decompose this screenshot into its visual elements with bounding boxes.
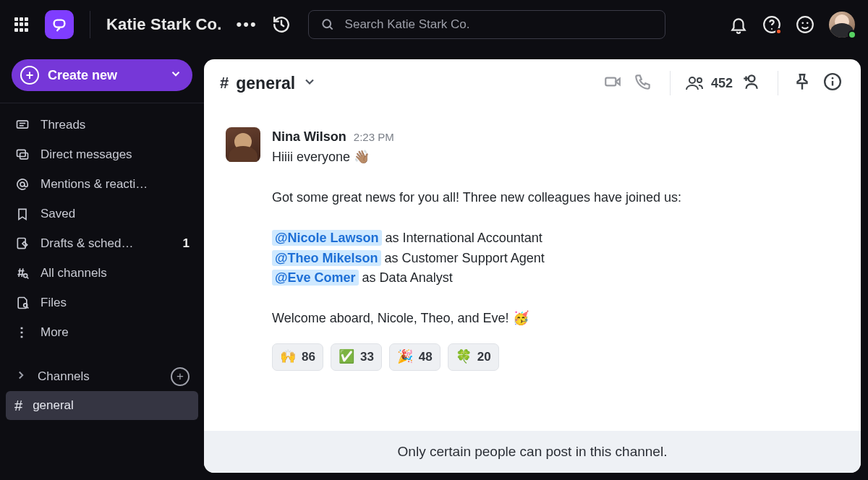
svg-point-33 [832, 77, 834, 80]
divider [0, 103, 204, 103]
nav-all-channels[interactable]: All channels [6, 259, 198, 287]
nav-direct-messages[interactable]: Direct messages [6, 140, 198, 168]
pencil-icon [14, 236, 30, 251]
divider [90, 11, 90, 38]
video-call-icon[interactable] [603, 72, 625, 94]
history-icon[interactable] [272, 15, 291, 34]
user-mention[interactable]: @Nicole Lawson [272, 230, 382, 246]
search-icon [320, 17, 335, 32]
info-icon[interactable] [823, 72, 845, 94]
svg-point-13 [20, 182, 25, 187]
party-emoji: 🥳 [513, 311, 529, 325]
people-icon [685, 74, 705, 92]
user-mention[interactable]: @Theo Mikelson [272, 250, 381, 266]
reaction[interactable]: 🙌86 [272, 343, 323, 371]
create-new-button[interactable]: + Create new [12, 59, 192, 91]
reaction-count: 33 [360, 348, 374, 367]
app-logo[interactable] [45, 10, 74, 39]
channel-name: general [33, 398, 74, 413]
svg-line-2 [329, 27, 332, 30]
add-person-icon[interactable] [741, 72, 763, 94]
nav-label: Threads [41, 118, 190, 132]
section-label: Channels [38, 369, 161, 384]
wave-emoji: 👋🏽 [354, 150, 370, 164]
emoji-icon[interactable] [796, 15, 814, 34]
add-channel-button[interactable]: + [171, 367, 190, 386]
divider [778, 71, 778, 95]
message-line: Welcome aboard, Nicole, Theo, and Eve! 🥳 [272, 309, 839, 329]
notifications-icon[interactable] [729, 15, 748, 34]
svg-point-25 [689, 77, 695, 83]
svg-line-17 [19, 268, 20, 277]
nav-label: Files [41, 296, 190, 310]
phone-call-icon[interactable] [634, 72, 655, 94]
reaction[interactable]: ✅33 [331, 343, 382, 371]
channel-item-general[interactable]: # general [6, 391, 198, 420]
pin-icon[interactable] [793, 72, 814, 94]
reaction[interactable]: 🎉48 [389, 343, 441, 371]
file-icon [14, 296, 30, 310]
hash-icon: # [14, 398, 22, 414]
text: as Customer Support Agent [381, 251, 545, 265]
svg-point-7 [807, 22, 809, 25]
channels-section-header[interactable]: Channels + [6, 362, 198, 391]
threads-icon [14, 118, 30, 132]
channel-title[interactable]: # general [220, 74, 317, 93]
svg-rect-0 [54, 20, 65, 27]
post-restriction-banner: Only certain people can post in this cha… [204, 431, 861, 473]
message-author[interactable]: Nina Wilson [272, 127, 346, 147]
search-input[interactable] [345, 17, 653, 32]
drafts-badge: 1 [183, 236, 190, 251]
reaction-count: 20 [477, 348, 491, 367]
create-new-label: Create new [48, 68, 117, 83]
reaction-emoji: ✅ [339, 347, 354, 367]
at-icon [14, 177, 30, 192]
hash-search-icon [14, 266, 30, 280]
channel-name-label: general [236, 74, 295, 93]
user-mention[interactable]: @Eve Comer [272, 270, 359, 286]
member-count[interactable]: 452 [685, 74, 733, 92]
app-switcher-icon[interactable] [13, 16, 30, 33]
search-box[interactable] [308, 10, 665, 39]
message-line: Hiiii everyone 👋🏽 [272, 147, 839, 168]
reaction-emoji: 🍀 [456, 347, 472, 367]
dm-icon [14, 147, 30, 162]
message-line: @Nicole Lawson as International Accounta… [272, 228, 839, 249]
message-avatar[interactable] [226, 127, 260, 162]
nav-threads[interactable]: Threads [6, 111, 198, 139]
reactions-bar: 🙌86 ✅33 🎉48 🍀20 [272, 343, 839, 371]
nav-label: Saved [41, 207, 190, 221]
text: Welcome aboard, Nicole, Theo, and Eve! [272, 311, 513, 325]
workspace-name[interactable]: Katie Stark Co. [106, 15, 222, 34]
workspace-menu-icon[interactable]: ••• [232, 15, 262, 34]
nav-mentions[interactable]: Mentions & reacti… [6, 170, 198, 198]
help-badge-dot [775, 28, 782, 35]
message-line: @Eve Comer as Data Analyst [272, 268, 839, 288]
text: as Data Analyst [359, 270, 453, 285]
nav-saved[interactable]: Saved [6, 200, 198, 228]
chevron-down-icon [302, 74, 317, 93]
nav-label: Drafts & sched… [41, 236, 173, 251]
divider [670, 71, 671, 95]
nav-drafts[interactable]: Drafts & sched… 1 [6, 229, 198, 257]
svg-rect-14 [17, 238, 25, 248]
plus-icon: + [20, 66, 39, 85]
nav-more[interactable]: ⋯ More [6, 318, 198, 346]
member-count-value: 452 [711, 76, 733, 91]
svg-line-20 [27, 277, 28, 278]
more-icon: ⋯ [14, 325, 30, 340]
message-line: Got some great news for you all! Three n… [272, 188, 839, 208]
reaction[interactable]: 🍀20 [448, 343, 499, 371]
presence-indicator [848, 30, 856, 39]
svg-point-19 [24, 273, 27, 277]
svg-point-27 [749, 75, 755, 82]
nav-label: Mentions & reacti… [41, 177, 190, 192]
svg-line-18 [22, 268, 23, 277]
nav-label: More [41, 325, 190, 340]
nav-files[interactable]: Files [6, 288, 198, 317]
message-line: @Theo Mikelson as Customer Support Agent [272, 249, 839, 269]
reaction-count: 48 [419, 348, 433, 367]
help-icon[interactable] [762, 15, 781, 34]
text: as International Accountant [382, 231, 542, 245]
svg-point-1 [323, 20, 331, 27]
